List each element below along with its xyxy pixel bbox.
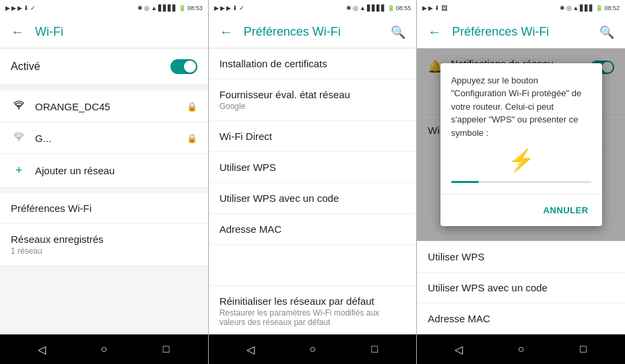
lock-icon-1: 🔒	[187, 102, 197, 112]
dialog-text: Appuyez sur le bouton "Configuration Wi-…	[451, 74, 591, 140]
back-nav-3[interactable]: ◁	[449, 339, 469, 359]
pref-provider-label: Fournisseur éval. état réseau	[220, 89, 406, 100]
app-bar-1: ← Wi-Fi	[0, 16, 208, 48]
pref-certs-label: Installation de certificats	[220, 58, 406, 69]
back-nav-1[interactable]: ◁	[32, 339, 52, 359]
wps-code-item[interactable]: Utiliser WPS avec un code	[417, 272, 625, 303]
bottom-nav-3: ◁ ○ □	[417, 334, 625, 364]
yt3-icon-2: ▶	[226, 5, 231, 11]
battery-icon-3: 🔋	[595, 5, 603, 11]
mac-label: Adresse MAC	[428, 313, 614, 324]
yt3-icon: ▶	[18, 5, 22, 11]
dialog-overlay: Appuyez sur le bouton "Configuration Wi-…	[417, 48, 625, 241]
recent-nav-2[interactable]: □	[364, 339, 385, 359]
battery-icon-2: 🔋	[387, 5, 395, 11]
img-icon-3: 🖼	[441, 5, 447, 11]
network-name-2: G...	[35, 133, 178, 144]
saved-networks-sub: 1 réseau	[11, 246, 197, 256]
pref-row-wps[interactable]: Utiliser WPS	[209, 152, 417, 183]
dialog-progress-fill	[451, 181, 480, 183]
wifi-status-icon-3: ▲	[573, 5, 579, 11]
yt2-icon: ▶	[11, 5, 16, 11]
time-2: 08:55	[396, 5, 412, 11]
wifi-toggle[interactable]	[170, 59, 197, 74]
status-bar-3: ▶ ▶ ⬇ 🖼 ✱ ◎ ▲ ▋▋▋ 🔋 08:52	[417, 0, 625, 16]
screen2-wifiprefs: ▶ ▶ ▶ ⬇ ✓ ✱ ◎ ▲ ▋▋▋▋ 🔋 08:55 ← Préférenc…	[209, 0, 418, 364]
svg-point-0	[18, 108, 20, 109]
recent-nav-3[interactable]: □	[573, 339, 593, 359]
dialog-actions: ANNULER	[440, 194, 602, 226]
add-network-row[interactable]: + Ajouter un réseau	[0, 154, 208, 188]
circle-icon-2: ◎	[353, 5, 358, 11]
bottom-nav-1: ◁ ○ □	[0, 334, 208, 364]
bt-icon: ✱	[137, 5, 143, 11]
time-3: 08:52	[604, 5, 620, 11]
search-icon-2[interactable]: 🔍	[391, 25, 405, 40]
pref-direct-label: Wi-Fi Direct	[220, 131, 406, 142]
wifi-status-icon: ▲	[151, 5, 157, 11]
back-button-3[interactable]: ←	[428, 24, 441, 40]
app-title-1: Wi-Fi	[35, 25, 197, 39]
time-1: 08:53	[187, 5, 203, 11]
wps-item[interactable]: Utiliser WPS	[417, 242, 625, 272]
search-icon-3[interactable]: 🔍	[599, 25, 614, 40]
back-nav-2[interactable]: ◁	[240, 339, 261, 359]
wifi-content: Activé ORANGE_DC45 🔒	[0, 48, 208, 334]
app-title-3: Préférences Wi-Fi	[452, 25, 599, 39]
check-icon-2: ✓	[239, 5, 244, 11]
pref-row-certs[interactable]: Installation de certificats	[209, 48, 417, 79]
pref-mac-label: Adresse MAC	[220, 223, 406, 235]
dl-icon-2: ⬇	[232, 5, 238, 11]
status-bar-2: ▶ ▶ ▶ ⬇ ✓ ✱ ◎ ▲ ▋▋▋▋ 🔋 08:55	[209, 0, 417, 16]
prefs-content-2: Installation de certificats Fournisseur …	[209, 48, 417, 334]
pref-provider-sub: Google	[220, 102, 406, 111]
pref-reset-sub: Restaurer les paramètres Wi-Fi modifiés …	[220, 308, 406, 327]
circle-icon-3: ◎	[566, 5, 572, 11]
pref-row-provider[interactable]: Fournisseur éval. état réseau Google	[209, 79, 417, 121]
pref-wps-code-label: Utiliser WPS avec un code	[220, 192, 406, 204]
prefs-title: Préférences Wi-Fi	[11, 203, 197, 214]
wifi-network-item[interactable]: ORANGE_DC45 🔒	[0, 91, 208, 122]
wps-code-label: Utiliser WPS avec un code	[428, 282, 614, 293]
status-bar-1: ▶ ▶ ▶ ⬇ ✓ ✱ ◎ ▲ ▋▋▋▋ 🔋 08:53	[0, 0, 208, 16]
bt-icon-3: ✱	[560, 5, 565, 11]
dialog-cancel-button[interactable]: ANNULER	[538, 200, 594, 221]
battery-icon: 🔋	[178, 5, 186, 11]
saved-networks-title: Réseaux enregistrés	[11, 233, 197, 245]
wifi-signal-icon	[11, 100, 27, 112]
active-toggle-row[interactable]: Activé	[0, 48, 208, 85]
items-below: Utiliser WPS Utiliser WPS avec un code A…	[417, 241, 625, 334]
back-button-2[interactable]: ←	[220, 24, 233, 40]
add-network-label: Ajouter un réseau	[35, 165, 114, 176]
yt2-icon-3: ▶	[428, 5, 433, 11]
pref-row-reset[interactable]: Réinitialiser les réseaux par défaut Res…	[209, 285, 417, 334]
pref-row-wps-code[interactable]: Utiliser WPS avec un code	[209, 183, 417, 214]
pref-row-mac[interactable]: Adresse MAC	[209, 214, 417, 245]
wps-dialog: Appuyez sur le bouton "Configuration Wi-…	[440, 63, 602, 227]
home-nav-3[interactable]: ○	[511, 339, 531, 359]
bt-icon-2: ✱	[346, 5, 352, 11]
recent-nav-1[interactable]: □	[156, 339, 176, 359]
dialog-progress	[451, 181, 591, 183]
screens-container: ▶ ▶ ▶ ⬇ ✓ ✱ ◎ ▲ ▋▋▋▋ 🔋 08:53 ← Wi-Fi	[0, 0, 625, 364]
home-nav-2[interactable]: ○	[302, 339, 323, 359]
back-button-1[interactable]: ←	[11, 24, 24, 40]
home-nav-1[interactable]: ○	[94, 339, 114, 359]
pref-row-direct[interactable]: Wi-Fi Direct	[209, 121, 417, 152]
signal-icon-3: ▋▋▋	[580, 5, 594, 11]
signal-icon-2: ▋▋▋▋	[367, 5, 386, 11]
screen3-content: 🔔 Notifications de réseau ouvert M'avert…	[417, 48, 625, 241]
bottom-nav-2: ◁ ○ □	[209, 334, 417, 364]
prefs-item[interactable]: Préférences Wi-Fi	[0, 193, 208, 224]
wifi-signal-weak-icon	[11, 132, 27, 144]
wifi-prefs-section: Préférences Wi-Fi Réseaux enregistrés 1 …	[0, 193, 208, 266]
saved-networks-item[interactable]: Réseaux enregistrés 1 réseau	[0, 224, 208, 266]
mac-item[interactable]: Adresse MAC	[417, 303, 625, 334]
network-name-1: ORANGE_DC45	[35, 101, 178, 112]
status-left-3: ▶ ▶ ⬇ 🖼	[422, 5, 447, 11]
wifi-network-item-2[interactable]: G... 🔒	[0, 122, 208, 154]
app-bar-3: ← Préférences Wi-Fi 🔍	[417, 16, 625, 48]
wifi-network-list: ORANGE_DC45 🔒 G... 🔒	[0, 91, 208, 188]
status-right-2: ✱ ◎ ▲ ▋▋▋▋ 🔋 08:55	[346, 5, 411, 11]
signal-icon: ▋▋▋▋	[158, 5, 177, 11]
